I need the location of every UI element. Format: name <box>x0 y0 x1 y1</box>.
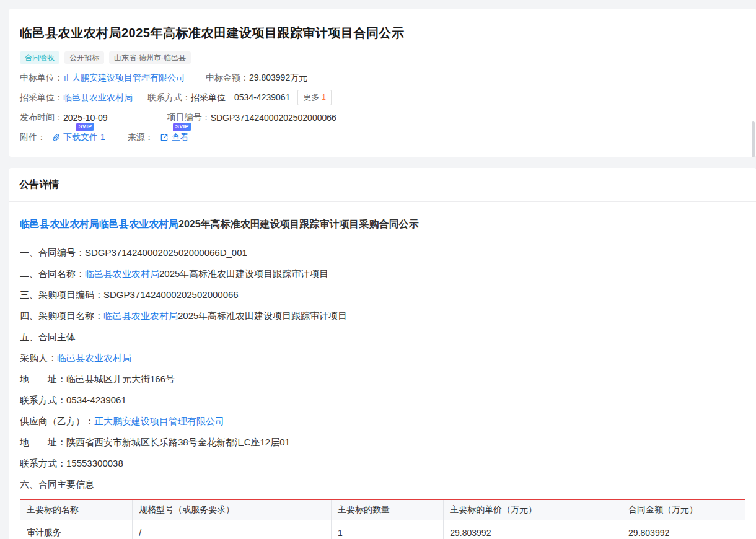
download-file-link[interactable]: 下载文件 1 <box>63 132 105 143</box>
announcement-paragraph: 三、采购项目编码：SDGP371424000202502000066 <box>20 288 745 301</box>
paragraph-text: 六、合同主要信息 <box>20 479 94 489</box>
section-header: 公告详情 <box>9 168 756 202</box>
announcement-paragraphs: 一、合同编号：SDGP371424000202502000066D_001二、合… <box>20 246 745 491</box>
purchaser-label: 招采单位： <box>20 92 63 103</box>
paragraph-text: 五、合同主体 <box>20 331 76 342</box>
paperclip-icon <box>52 133 60 141</box>
announcement-paragraph: 地 址：陕西省西安市新城区长乐路38号金花新都汇C座12层01 <box>20 436 745 449</box>
more-button-label: 更多 <box>303 92 319 103</box>
paragraph-text: 三、采购项目编码：SDGP371424000202502000066 <box>20 289 239 300</box>
publish-date-value: 2025-10-09 <box>63 113 108 123</box>
page: 临邑县农业农村局2025年高标准农田建设项目跟踪审计项目合同公示 合同验收公开招… <box>0 9 756 539</box>
heading-text: 2025年高标准农田建设项目跟踪审计项目采购合同公示 <box>178 219 419 229</box>
tag-row: 合同验收公开招标山东省-德州市-临邑县 <box>20 51 745 64</box>
meta-row-winner: 中标单位： 正大鹏安建设项目管理有限公司 中标金额： 29.803992万元 <box>20 72 745 84</box>
announcement-paragraph: 六、合同主要信息 <box>20 478 745 491</box>
table-header-cell: 规格型号（或服务要求） <box>133 499 332 520</box>
scrollbar-thumb[interactable] <box>752 121 755 157</box>
announcement-paragraph: 采购人：临邑县农业农村局 <box>20 351 745 364</box>
winner-label: 中标单位： <box>20 72 63 84</box>
table-header-cell: 主要标的单价（万元） <box>444 499 622 520</box>
meta-row-purchaser: 招采单位： 临邑县农业农村局 联系方式： 招采单位 0534-4239061 更… <box>20 92 745 103</box>
page-title: 临邑县农业农村局2025年高标准农田建设项目跟踪审计项目合同公示 <box>20 25 745 42</box>
publish-date-label: 发布时间： <box>20 112 63 123</box>
entity-link[interactable]: 临邑县农业农村局 <box>57 353 131 363</box>
paragraph-text: 二、合同名称： <box>20 268 85 279</box>
announcement-paragraph: 二、合同名称：临邑县农业农村局2025年高标准农田建设项目跟踪审计项目 <box>20 267 745 280</box>
amount-label: 中标金额： <box>206 72 249 84</box>
paragraph-text: 2025年高标准农田建设项目跟踪审计项目 <box>159 268 328 279</box>
source-view-link[interactable]: SVIP 查看 <box>160 132 189 143</box>
announcement-paragraph: 供应商（乙方）：正大鹏安建设项目管理有限公司 <box>20 414 745 427</box>
table-cell: 29.803992 <box>622 520 745 539</box>
announcement-paragraph: 地 址：临邑县城区开元大街166号 <box>20 372 745 385</box>
entity-link[interactable]: 临邑县农业农村局 <box>85 268 159 279</box>
announcement-paragraph: 联系方式：15553300038 <box>20 457 745 470</box>
entity-link[interactable]: 临邑县农业农村局 <box>103 310 178 321</box>
svip-badge: SVIP <box>76 123 95 131</box>
attachment-label: 附件： <box>20 132 46 143</box>
announcement-body: 临邑县农业农村局临邑县农业农村局2025年高标准农田建设项目跟踪审计项目采购合同… <box>9 202 756 539</box>
paragraph-text: 采购人： <box>20 353 57 363</box>
paragraph-text: 供应商（乙方）： <box>20 416 94 426</box>
source-label: 来源： <box>128 132 154 143</box>
purchaser-link[interactable]: 临邑县农业农村局 <box>63 92 133 103</box>
more-button[interactable]: 更多1 <box>297 90 332 105</box>
info-tag: 公开招标 <box>64 51 104 64</box>
paragraph-text: 一、合同编号：SDGP371424000202502000066D_001 <box>20 247 247 258</box>
announcement-paragraph: 联系方式：0534-4239061 <box>20 393 745 406</box>
summary-card: 临邑县农业农村局2025年高标准农田建设项目跟踪审计项目合同公示 合同验收公开招… <box>9 9 756 157</box>
external-link-icon <box>160 133 169 142</box>
paragraph-text: 地 址：陕西省西安市新城区长乐路38号金花新都汇C座12层01 <box>20 437 290 447</box>
view-source-link[interactable]: 查看 <box>172 132 189 143</box>
svip-badge: SVIP <box>173 123 191 131</box>
paragraph-text: 四、采购项目名称： <box>20 310 103 321</box>
status-tag: 合同验收 <box>20 51 59 64</box>
contract-info-table: 主要标的名称规格型号（或服务要求）主要标的数量主要标的单价（万元）合同金额（万元… <box>20 499 745 539</box>
meta-row-attachment: 附件： SVIP 下载文件 1 来源： SVIP 查看 <box>20 131 745 143</box>
table-row: 审计服务/129.80399229.803992 <box>20 520 745 539</box>
attachment-download-link[interactable]: SVIP 下载文件 1 <box>52 132 105 143</box>
announcement-detail-card: 公告详情 临邑县农业农村局临邑县农业农村局2025年高标准农田建设项目跟踪审计项… <box>9 168 756 539</box>
heading-org-link[interactable]: 临邑县农业农村局临邑县农业农村局 <box>20 219 178 229</box>
entity-link[interactable]: 正大鹏安建设项目管理有限公司 <box>94 416 224 426</box>
table-cell: 29.803992 <box>444 520 622 539</box>
table-header-cell: 主要标的名称 <box>20 499 133 520</box>
info-tag: 山东省-德州市-临邑县 <box>109 51 191 64</box>
table-cell: 1 <box>331 520 443 539</box>
contact-label: 联系方式： <box>147 92 191 103</box>
paragraph-text: 联系方式：15553300038 <box>20 458 123 468</box>
table-cell: 审计服务 <box>20 520 133 539</box>
amount-value: 29.803992万元 <box>249 72 307 84</box>
winner-link[interactable]: 正大鹏安建设项目管理有限公司 <box>63 72 185 84</box>
paragraph-text: 地 址：临邑县城区开元大街166号 <box>20 374 175 384</box>
announcement-heading: 临邑县农业农村局临邑县农业农村局2025年高标准农田建设项目跟踪审计项目采购合同… <box>20 218 745 231</box>
announcement-paragraph: 一、合同编号：SDGP371424000202502000066D_001 <box>20 246 745 259</box>
announcement-paragraph: 五、合同主体 <box>20 330 745 343</box>
table-header-row: 主要标的名称规格型号（或服务要求）主要标的数量主要标的单价（万元）合同金额（万元… <box>20 499 745 520</box>
more-count-badge: 1 <box>322 93 326 102</box>
meta-row-publish: 发布时间： 2025-10-09 项目编号： SDGP3714240002025… <box>20 112 745 123</box>
project-no-value: SDGP371424000202502000066 <box>211 113 336 123</box>
section-title: 公告详情 <box>19 179 59 190</box>
table-header-cell: 合同金额（万元） <box>622 499 745 520</box>
project-no-label: 项目编号： <box>167 112 211 123</box>
announcement-paragraph: 四、采购项目名称：临邑县农业农村局2025年高标准农田建设项目跟踪审计项目 <box>20 309 745 322</box>
paragraph-text: 联系方式：0534-4239061 <box>20 395 126 405</box>
table-header-cell: 主要标的数量 <box>331 499 443 520</box>
paragraph-text: 2025年高标准农田建设项目跟踪审计项目 <box>178 310 347 321</box>
contact-value: 招采单位 0534-4239061 <box>191 92 290 103</box>
table-cell: / <box>133 520 332 539</box>
